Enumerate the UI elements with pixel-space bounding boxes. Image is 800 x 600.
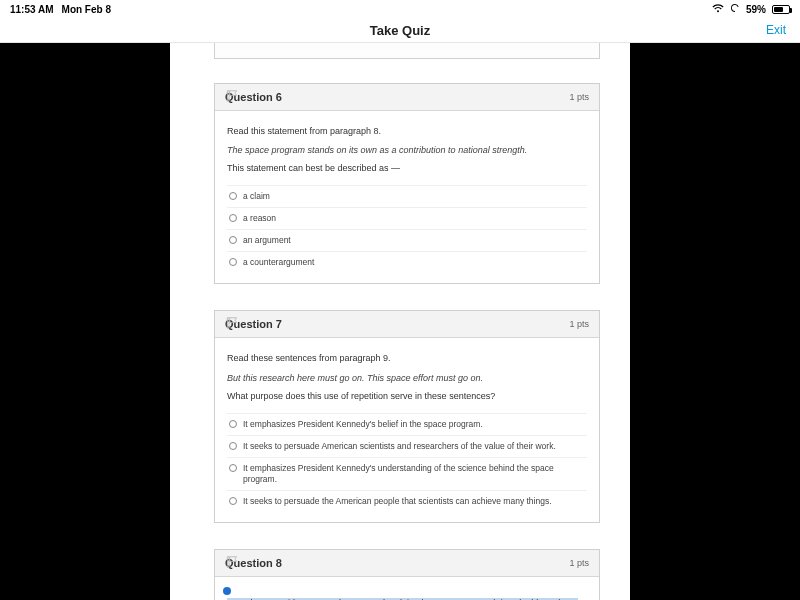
answer-text: It seeks to persuade the American people… — [243, 496, 552, 507]
question-header: Question 8 1 pts — [215, 550, 599, 577]
answer-text: It seeks to persuade American scientists… — [243, 441, 556, 452]
text-selection[interactable]: How does President Kennedy support the c… — [227, 591, 587, 600]
question-block: Question 8 1 pts How does President Kenn… — [214, 549, 600, 600]
radio-icon — [229, 497, 237, 505]
quiz-page[interactable]: Question 6 1 pts Read this statement fro… — [170, 43, 630, 600]
answer-text: It emphasizes President Kennedy's belief… — [243, 419, 483, 430]
answer-text: It emphasizes President Kennedy's unders… — [243, 463, 585, 485]
radio-icon — [229, 258, 237, 266]
question-text: Read this statement from paragraph 8. — [227, 125, 587, 137]
answer-option[interactable]: It seeks to persuade American scientists… — [227, 436, 587, 458]
status-date: Mon Feb 8 — [62, 4, 111, 15]
battery-icon — [772, 5, 790, 14]
question-header: Question 7 1 pts — [215, 311, 599, 338]
wifi-icon — [712, 4, 724, 15]
radio-icon — [229, 442, 237, 450]
question-header: Question 6 1 pts — [215, 84, 599, 111]
question-text: Read these sentences from paragraph 9. — [227, 352, 587, 364]
question-prompt: What purpose does this use of repetition… — [227, 391, 587, 401]
radio-icon — [229, 420, 237, 428]
radio-icon — [229, 236, 237, 244]
answer-text: a claim — [243, 191, 270, 202]
answer-option[interactable]: It seeks to persuade the American people… — [227, 491, 587, 512]
previous-question-box — [214, 43, 600, 59]
answer-option[interactable]: an argument — [227, 230, 587, 252]
answer-option[interactable]: a reason — [227, 208, 587, 230]
flag-icon[interactable] — [222, 316, 242, 330]
question-block: Question 7 1 pts Read these sentences fr… — [214, 310, 600, 523]
question-quote: But this research here must go on. This … — [227, 372, 587, 384]
status-time: 11:53 AM — [10, 4, 54, 15]
exit-button[interactable]: Exit — [766, 23, 786, 37]
question-points: 1 pts — [569, 92, 589, 102]
sync-icon — [730, 3, 740, 15]
question-block: Question 6 1 pts Read this statement fro… — [214, 83, 600, 284]
radio-icon — [229, 192, 237, 200]
answer-option[interactable]: a claim — [227, 186, 587, 208]
answer-option[interactable]: It emphasizes President Kennedy's unders… — [227, 458, 587, 491]
selection-handle-start-icon[interactable] — [223, 587, 231, 595]
question-prompt: This statement can best be described as … — [227, 163, 587, 173]
flag-icon[interactable] — [222, 555, 242, 569]
answer-text: a reason — [243, 213, 276, 224]
status-bar: 11:53 AM Mon Feb 8 59% — [0, 0, 800, 18]
question-points: 1 pts — [569, 558, 589, 568]
question-points: 1 pts — [569, 319, 589, 329]
question-quote: The space program stands on its own as a… — [227, 144, 587, 156]
nav-bar: Take Quiz Exit — [0, 18, 800, 43]
answer-option[interactable]: It emphasizes President Kennedy's belief… — [227, 414, 587, 436]
viewport: Question 6 1 pts Read this statement fro… — [0, 43, 800, 600]
answer-text: an argument — [243, 235, 291, 246]
page-title: Take Quiz — [370, 23, 430, 38]
radio-icon — [229, 464, 237, 472]
battery-percent: 59% — [746, 4, 766, 15]
answer-text: a counterargument — [243, 257, 314, 268]
radio-icon — [229, 214, 237, 222]
answer-option[interactable]: a counterargument — [227, 252, 587, 273]
flag-icon[interactable] — [222, 89, 242, 103]
